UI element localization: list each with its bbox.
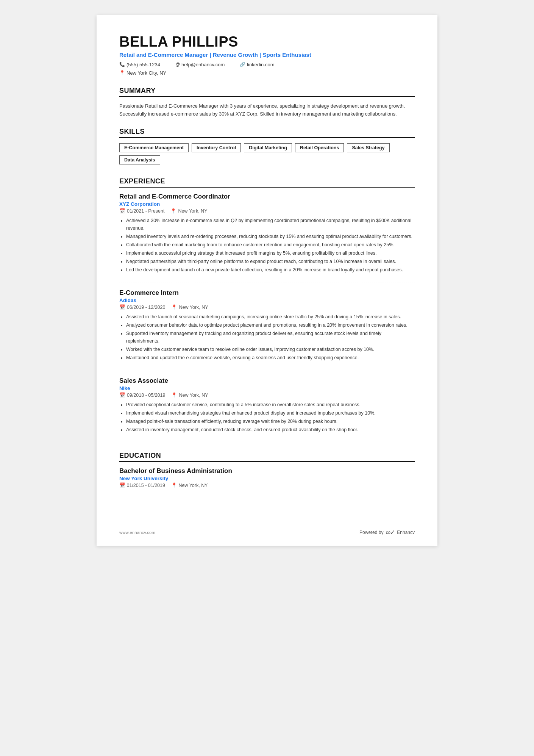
experience-item: Sales Associate Nike 📅 09/2018 - 05/2019… bbox=[119, 377, 415, 442]
email-value: help@enhancv.com bbox=[181, 62, 225, 67]
bullet-item: Managed point-of-sale transactions effic… bbox=[126, 418, 415, 425]
calendar-icon: 📅 bbox=[119, 483, 125, 488]
candidate-title: Retail and E-Commerce Manager | Revenue … bbox=[119, 52, 415, 58]
footer: www.enhancv.com Powered by ∞✓ Enhancv bbox=[119, 528, 415, 537]
bullet-item: Assisted in the launch of seasonal marke… bbox=[126, 313, 415, 321]
bullet-item: Analyzed consumer behavior data to optim… bbox=[126, 321, 415, 329]
education-title: EDUCATION bbox=[119, 452, 415, 462]
bullet-item: Assisted in inventory management, conduc… bbox=[126, 426, 415, 434]
bullet-list: Achieved a 30% increase in e-commerce sa… bbox=[126, 217, 415, 274]
powered-by-label: Powered by bbox=[359, 530, 383, 535]
experience-item: Retail and E-Commerce Coordinator XYZ Co… bbox=[119, 193, 415, 282]
skills-section: SKILLS E-Commerce ManagementInventory Co… bbox=[119, 128, 415, 167]
company-name: Nike bbox=[119, 385, 415, 391]
calendar-icon: 📅 bbox=[119, 304, 125, 310]
degree-title: Bachelor of Business Administration bbox=[119, 467, 415, 475]
job-location: 📍 New York, NY bbox=[171, 304, 208, 310]
bullet-item: Supported inventory management by tracki… bbox=[126, 330, 415, 345]
phone-icon: 📞 bbox=[119, 62, 125, 67]
enhancv-symbol-icon: ∞✓ bbox=[386, 528, 395, 537]
school-name: New York University bbox=[119, 476, 415, 481]
job-location: 📍 New York, NY bbox=[171, 392, 208, 398]
summary-title: SUMMARY bbox=[119, 87, 415, 97]
job-date: 📅 06/2019 - 12/2020 bbox=[119, 304, 165, 310]
edu-date: 📅 01/2015 - 01/2019 bbox=[119, 482, 165, 488]
resume-page: BELLA PHILLIPS Retail and E-Commerce Man… bbox=[97, 15, 437, 546]
skills-grid: E-Commerce ManagementInventory ControlDi… bbox=[119, 143, 415, 167]
skill-tag: E-Commerce Management bbox=[119, 143, 189, 152]
candidate-name: BELLA PHILLIPS bbox=[119, 34, 415, 50]
enhancv-branding: Powered by ∞✓ Enhancv bbox=[359, 528, 415, 537]
bullet-item: Managed inventory levels and re-ordering… bbox=[126, 233, 415, 240]
brand-name: Enhancv bbox=[397, 530, 415, 535]
location-icon: 📍 bbox=[119, 70, 125, 75]
linkedin-icon: 🔗 bbox=[240, 62, 245, 67]
bullet-item: Led the development and launch of a new … bbox=[126, 266, 415, 274]
location-value: New York City, NY bbox=[126, 70, 166, 76]
contact-row: 📞 (555) 555-1234 @ help@enhancv.com 🔗 li… bbox=[119, 62, 415, 69]
phone-value: (555) 555-1234 bbox=[126, 62, 160, 67]
job-location: 📍 New York, NY bbox=[170, 208, 207, 214]
job-date: 📅 01/2021 - Present bbox=[119, 208, 164, 214]
bullet-item: Negotiated partnerships with third-party… bbox=[126, 258, 415, 265]
skill-tag: Digital Marketing bbox=[244, 143, 292, 152]
location-contact: 📍 New York City, NY bbox=[119, 70, 166, 76]
bullet-list: Provided exceptional customer service, c… bbox=[126, 401, 415, 434]
experience-section: EXPERIENCE Retail and E-Commerce Coordin… bbox=[119, 177, 415, 442]
bullet-item: Maintained and updated the e-commerce we… bbox=[126, 354, 415, 362]
education-item: Bachelor of Business Administration New … bbox=[119, 467, 415, 488]
education-section: EDUCATION Bachelor of Business Administr… bbox=[119, 452, 415, 488]
skill-tag: Inventory Control bbox=[192, 143, 241, 152]
summary-text: Passionate Retail and E-Commerce Manager… bbox=[119, 102, 415, 118]
job-title: Sales Associate bbox=[119, 377, 415, 385]
bullet-item: Implemented visual merchandising strateg… bbox=[126, 409, 415, 417]
job-title: E-Commerce Intern bbox=[119, 289, 415, 297]
skill-tag: Sales Strategy bbox=[347, 143, 389, 152]
summary-section: SUMMARY Passionate Retail and E-Commerce… bbox=[119, 87, 415, 118]
edu-location: 📍 New York, NY bbox=[171, 482, 208, 488]
job-meta: 📅 01/2021 - Present 📍 New York, NY bbox=[119, 208, 415, 214]
linkedin-value: linkedin.com bbox=[247, 62, 274, 67]
phone-contact: 📞 (555) 555-1234 bbox=[119, 62, 160, 67]
calendar-icon: 📅 bbox=[119, 392, 125, 398]
bullet-item: Provided exceptional customer service, c… bbox=[126, 401, 415, 409]
skill-tag: Retail Operations bbox=[295, 143, 344, 152]
footer-website: www.enhancv.com bbox=[119, 530, 155, 535]
edu-meta: 📅 01/2015 - 01/2019 📍 New York, NY bbox=[119, 482, 415, 488]
header: BELLA PHILLIPS Retail and E-Commerce Man… bbox=[119, 34, 415, 77]
location-pin-icon: 📍 bbox=[171, 304, 177, 310]
email-icon: @ bbox=[175, 62, 180, 67]
email-contact: @ help@enhancv.com bbox=[175, 62, 225, 67]
experience-title: EXPERIENCE bbox=[119, 177, 415, 188]
experience-item: E-Commerce Intern Adidas 📅 06/2019 - 12/… bbox=[119, 289, 415, 370]
location-pin-icon: 📍 bbox=[170, 208, 176, 214]
location-pin-icon: 📍 bbox=[171, 392, 177, 398]
location-row: 📍 New York City, NY bbox=[119, 70, 415, 77]
bullet-item: Achieved a 30% increase in e-commerce sa… bbox=[126, 217, 415, 232]
calendar-icon: 📅 bbox=[119, 208, 125, 214]
company-name: Adidas bbox=[119, 297, 415, 303]
skill-tag: Data Analysis bbox=[119, 155, 160, 164]
bullet-item: Implemented a successful pricing strateg… bbox=[126, 249, 415, 257]
company-name: XYZ Corporation bbox=[119, 201, 415, 207]
bullet-list: Assisted in the launch of seasonal marke… bbox=[126, 313, 415, 362]
job-date: 📅 09/2018 - 05/2019 bbox=[119, 392, 165, 398]
bullet-item: Collaborated with the email marketing te… bbox=[126, 241, 415, 249]
job-meta: 📅 09/2018 - 05/2019 📍 New York, NY bbox=[119, 392, 415, 398]
job-title: Retail and E-Commerce Coordinator bbox=[119, 193, 415, 200]
bullet-item: Worked with the customer service team to… bbox=[126, 346, 415, 353]
location-pin-icon: 📍 bbox=[171, 483, 177, 488]
linkedin-contact: 🔗 linkedin.com bbox=[240, 62, 274, 67]
job-meta: 📅 06/2019 - 12/2020 📍 New York, NY bbox=[119, 304, 415, 310]
skills-title: SKILLS bbox=[119, 128, 415, 138]
